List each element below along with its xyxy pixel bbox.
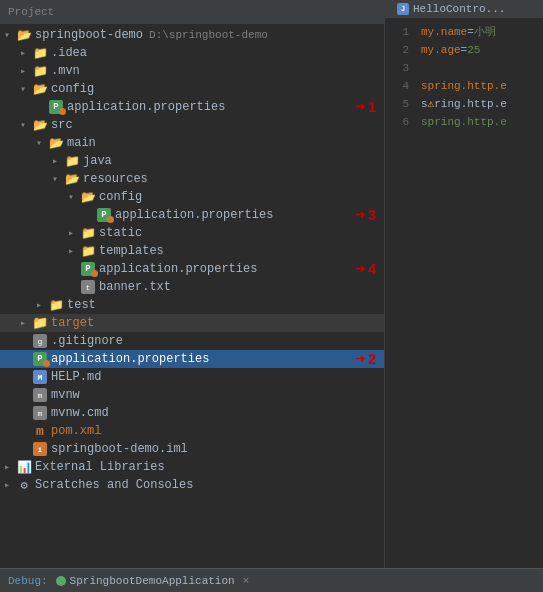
expand-icon[interactable] (4, 29, 16, 41)
folder-icon (32, 117, 48, 133)
status-bar: Debug: SpringbootDemoApplication × (0, 568, 543, 592)
folder-icon (32, 45, 48, 61)
code-content[interactable]: my.name=小明 my.age=25 spring.http.e s⚠rin… (415, 19, 543, 568)
tree-item-scratches[interactable]: ⚙ Scratches and Consoles (0, 476, 384, 494)
item-label: static (99, 226, 142, 240)
code-key: spring.http.e (421, 80, 507, 92)
ext-libs-icon: 📊 (16, 459, 32, 475)
tree-item-pom[interactable]: m pom.xml (0, 422, 384, 440)
folder-icon (80, 225, 96, 241)
expand-icon[interactable] (20, 83, 32, 95)
tree-item-resources[interactable]: resources (0, 170, 384, 188)
item-label: templates (99, 244, 164, 258)
expand-icon[interactable] (68, 245, 80, 257)
annotation-number: 3 (368, 207, 376, 223)
tree-item-resources-config[interactable]: config (0, 188, 384, 206)
expand-icon[interactable] (68, 191, 80, 203)
iml-file-icon: i (32, 441, 48, 457)
tree-item-config[interactable]: config (0, 80, 384, 98)
expand-icon[interactable] (20, 119, 32, 131)
status-app[interactable]: SpringbootDemoApplication × (56, 575, 250, 587)
red-arrow-icon: ➜ (356, 349, 366, 369)
item-label: HELP.md (51, 370, 101, 384)
tree-item-gitignore[interactable]: g .gitignore (0, 332, 384, 350)
properties-file-icon (32, 351, 48, 367)
annotation-3: ➜ 3 (356, 205, 376, 225)
debug-label: Debug: (8, 575, 48, 587)
txt-file-icon: t (80, 279, 96, 295)
expand-icon[interactable] (52, 173, 64, 185)
xml-file-icon: m (32, 423, 48, 439)
item-label: springboot-demo (35, 28, 143, 42)
item-label: application.properties (51, 352, 209, 366)
tree-item-resources-config-app-props[interactable]: application.properties ➜ 3 (0, 206, 384, 224)
editor-tab[interactable]: J HelloContro... (385, 0, 543, 19)
code-line-6: spring.http.e (421, 113, 537, 131)
folder-icon (32, 63, 48, 79)
expand-icon[interactable] (52, 155, 64, 167)
code-line-2: my.age=25 (421, 41, 537, 59)
tree-item-static[interactable]: static (0, 224, 384, 242)
expand-icon[interactable] (36, 137, 48, 149)
tree-item-resources-app-props[interactable]: application.properties ➜ 4 (0, 260, 384, 278)
tree-item-help[interactable]: M HELP.md (0, 368, 384, 386)
project-path: D:\springboot-demo (149, 29, 268, 41)
properties-file-icon (48, 99, 64, 115)
folder-icon (48, 135, 64, 151)
cmd-file-icon: m (32, 405, 48, 421)
item-label: .gitignore (51, 334, 123, 348)
gitignore-file-icon: g (32, 333, 48, 349)
tree-item-target[interactable]: 📁 target (0, 314, 384, 332)
expand-icon[interactable] (4, 461, 16, 473)
line-numbers: 1 2 3 4 5 6 (385, 19, 415, 568)
properties-file-icon (96, 207, 112, 223)
tree-item-java[interactable]: java (0, 152, 384, 170)
close-icon[interactable]: × (243, 575, 250, 587)
item-label: Scratches and Consoles (35, 478, 193, 492)
item-label: test (67, 298, 96, 312)
tree-item-mvnw[interactable]: m mvnw (0, 386, 384, 404)
mvnw-file-icon: m (32, 387, 48, 403)
item-label: config (99, 190, 142, 204)
folder-icon (80, 243, 96, 259)
tree-item-banner[interactable]: t banner.txt (0, 278, 384, 296)
tree-item-main[interactable]: main (0, 134, 384, 152)
file-tree[interactable]: springboot-demo D:\springboot-demo .idea… (0, 24, 384, 568)
tree-item-idea[interactable]: .idea (0, 44, 384, 62)
expand-icon[interactable] (4, 479, 16, 491)
red-arrow-icon: ➜ (356, 259, 366, 279)
code-value: spring.http.e (421, 116, 507, 128)
expand-icon[interactable] (68, 227, 80, 239)
tree-item-src[interactable]: src (0, 116, 384, 134)
app-name: SpringbootDemoApplication (70, 575, 235, 587)
line-number: 4 (385, 77, 409, 95)
line-number: 5 (385, 95, 409, 113)
item-label: target (51, 316, 94, 330)
annotation-1: ➜ 1 (356, 97, 376, 117)
properties-file-icon (80, 261, 96, 277)
expand-icon[interactable] (20, 65, 32, 77)
tree-item-iml[interactable]: i springboot-demo.iml (0, 440, 384, 458)
tree-item-root-app-props[interactable]: application.properties ➜ 2 (0, 350, 384, 368)
tree-item-mvn[interactable]: .mvn (0, 62, 384, 80)
tree-item-config-app-props[interactable]: application.properties ➜ 1 (0, 98, 384, 116)
line-number: 1 (385, 23, 409, 41)
item-label: .idea (51, 46, 87, 60)
item-label: config (51, 82, 94, 96)
code-key: my.age (421, 44, 461, 56)
code-line-1: my.name=小明 (421, 23, 537, 41)
line-number: 2 (385, 41, 409, 59)
tree-item-root[interactable]: springboot-demo D:\springboot-demo (0, 26, 384, 44)
expand-icon[interactable] (36, 299, 48, 311)
expand-icon[interactable] (20, 47, 32, 59)
md-file-icon: M (32, 369, 48, 385)
tab-file-icon: J (397, 3, 409, 15)
tree-item-mvnw-cmd[interactable]: m mvnw.cmd (0, 404, 384, 422)
project-header: Project (0, 0, 384, 24)
editor-content: 1 2 3 4 5 6 my.name=小明 my.age=25 spring.… (385, 19, 543, 568)
tree-item-test[interactable]: test (0, 296, 384, 314)
tree-item-ext-libs[interactable]: 📊 External Libraries (0, 458, 384, 476)
tree-item-templates[interactable]: templates (0, 242, 384, 260)
expand-icon[interactable] (20, 317, 32, 329)
annotation-2: ➜ 2 (356, 349, 376, 369)
